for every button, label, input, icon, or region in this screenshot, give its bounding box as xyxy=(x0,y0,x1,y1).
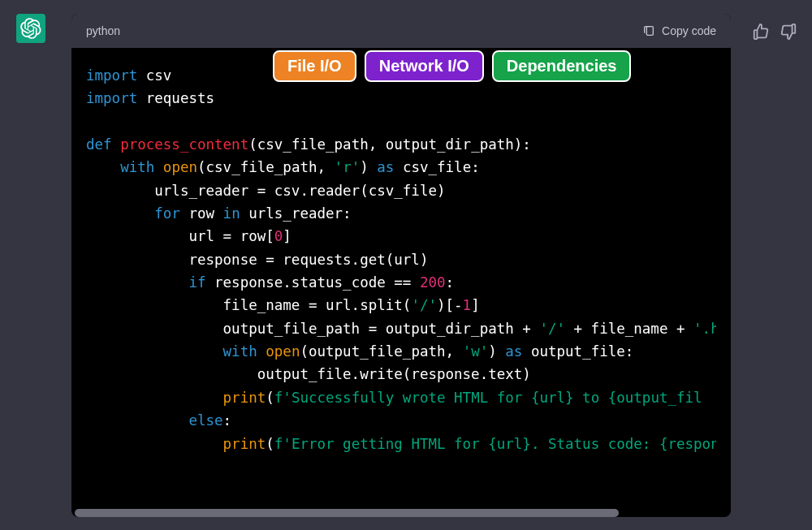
scrollbar-thumb[interactable] xyxy=(75,509,619,517)
code-block: python Copy code import csv import reque… xyxy=(71,14,731,517)
openai-logo-icon xyxy=(20,18,41,39)
copy-label: Copy code xyxy=(662,24,716,37)
badge-dependencies: Dependencies xyxy=(492,50,632,82)
badge-file-io: File I/O xyxy=(273,50,356,82)
thumbs-up-button[interactable] xyxy=(752,23,770,41)
svg-rect-0 xyxy=(646,27,653,36)
code-content[interactable]: import csv import requests def process_c… xyxy=(71,48,731,517)
feedback-controls xyxy=(752,23,797,41)
horizontal-scrollbar[interactable] xyxy=(71,509,731,517)
chatgpt-logo xyxy=(16,14,45,43)
code-header: python Copy code xyxy=(71,14,731,48)
copy-code-button[interactable]: Copy code xyxy=(642,24,716,37)
thumbs-down-icon xyxy=(780,23,797,41)
language-label: python xyxy=(86,24,120,37)
clipboard-icon xyxy=(642,24,655,37)
badge-network-io: Network I/O xyxy=(365,50,484,82)
thumbs-up-icon xyxy=(752,23,770,41)
annotation-badges: File I/O Network I/O Dependencies xyxy=(273,50,631,82)
thumbs-down-button[interactable] xyxy=(780,23,797,41)
